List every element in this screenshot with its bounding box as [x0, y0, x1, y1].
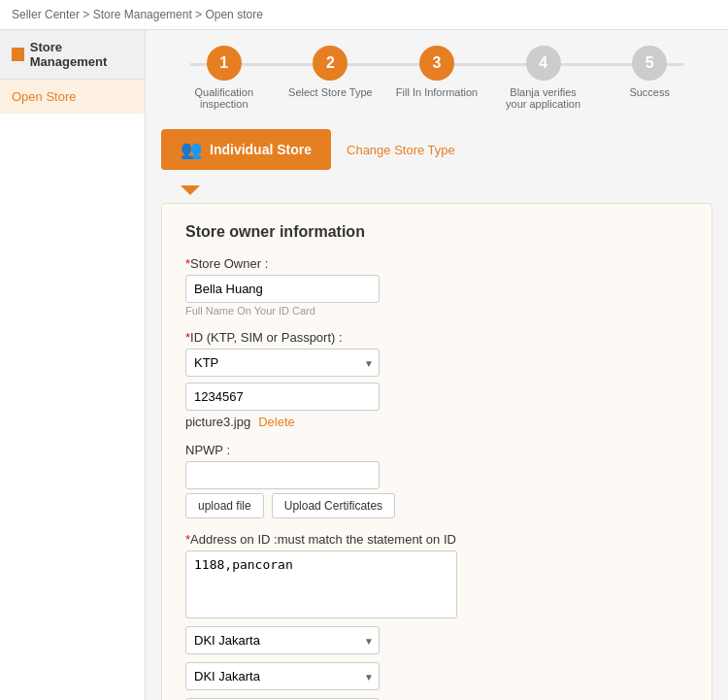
step-4: 4 Blanja verifies your application: [490, 46, 597, 110]
id-type-select[interactable]: KTP SIM Passport: [185, 349, 380, 377]
step-2-circle: 2: [313, 46, 347, 81]
province-select[interactable]: DKI Jakarta Jawa Barat Jawa Tengah: [185, 626, 380, 654]
id-type-group: *ID (KTP, SIM or Passport) : KTP SIM Pas…: [185, 330, 688, 429]
address-group: *Address on ID :must match the statement…: [185, 532, 688, 700]
sidebar: Store Management Open Store: [0, 30, 146, 700]
city-select[interactable]: DKI Jakarta Jakarta Selatan Jakarta Bara…: [185, 662, 380, 690]
arrow-down-indicator: [181, 185, 200, 195]
npwp-group: NPWP : upload file Upload Certificates: [185, 443, 688, 518]
npwp-input[interactable]: [185, 461, 380, 489]
step-2-label: Select Store Type: [288, 86, 373, 98]
address-label: *Address on ID :must match the statement…: [185, 532, 688, 547]
npwp-label: NPWP :: [185, 443, 688, 457]
store-type-bar: 👥 Individual Store Change Store Type: [161, 129, 712, 170]
file-name: picture3.jpg: [185, 415, 250, 429]
upload-file-button[interactable]: upload file: [185, 493, 264, 518]
step-5-label: Success: [629, 86, 670, 98]
step-4-circle: 4: [526, 46, 561, 81]
city-row: DKI Jakarta Jakarta Selatan Jakarta Bara…: [185, 662, 688, 690]
address-textarea[interactable]: 1188,pancoran: [185, 550, 457, 618]
breadcrumb: Seller Center > Store Management > Open …: [0, 0, 728, 30]
step-3-label: Fill In Information: [396, 86, 478, 98]
step-4-label: Blanja verifies your application: [500, 86, 587, 110]
step-5: 5 Success: [596, 46, 703, 98]
file-info: picture3.jpg Delete: [185, 415, 688, 429]
individual-store-button[interactable]: 👥 Individual Store: [161, 129, 331, 170]
store-management-icon: [12, 48, 24, 61]
step-2: 2 Select Store Type: [278, 46, 384, 98]
upload-certificates-button[interactable]: Upload Certificates: [272, 493, 395, 518]
step-1: 1 Qualification inspection: [171, 46, 278, 110]
store-owner-input[interactable]: [185, 275, 380, 303]
people-icon: 👥: [181, 139, 202, 160]
main-content: 1 Qualification inspection 2 Select Stor…: [146, 30, 728, 700]
form-container: Store owner information *Store Owner : F…: [161, 203, 712, 700]
step-1-label: Qualification inspection: [181, 86, 268, 110]
step-3-circle: 3: [419, 46, 454, 81]
progress-steps: 1 Qualification inspection 2 Select Stor…: [161, 46, 712, 110]
step-5-circle: 5: [632, 46, 667, 81]
id-number-input[interactable]: [185, 383, 380, 411]
sidebar-item-open-store[interactable]: Open Store: [0, 80, 145, 114]
delete-file-link[interactable]: Delete: [258, 415, 295, 429]
step-1-circle: 1: [207, 46, 242, 81]
step-3: 3 Fill In Information: [383, 46, 490, 98]
id-type-select-wrapper: KTP SIM Passport ▼: [185, 349, 380, 377]
store-owner-label: *Store Owner :: [185, 256, 688, 271]
store-owner-group: *Store Owner : Full Name On Your ID Card: [185, 256, 688, 317]
id-type-label: *ID (KTP, SIM or Passport) :: [185, 330, 688, 345]
upload-buttons: upload file Upload Certificates: [185, 493, 688, 518]
sidebar-header: Store Management: [0, 30, 145, 80]
form-title: Store owner information: [185, 223, 688, 241]
province-row: DKI Jakarta Jawa Barat Jawa Tengah ▼: [185, 626, 688, 654]
store-owner-hint: Full Name On Your ID Card: [185, 305, 688, 317]
change-store-type-link[interactable]: Change Store Type: [347, 143, 455, 157]
